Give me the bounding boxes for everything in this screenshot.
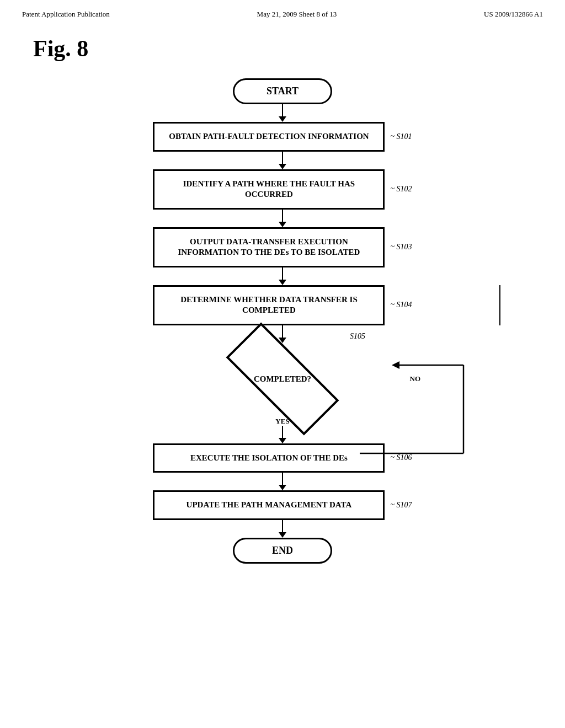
step-s106-label: S106 xyxy=(390,453,412,462)
arrow-8 xyxy=(279,520,286,538)
step-s105-diamond-container: COMPLETED? NO xyxy=(205,343,360,415)
step-s105-text: COMPLETED? xyxy=(238,374,327,384)
step-s106-row: EXECUTE THE ISOLATION OF THE DEs S106 xyxy=(153,443,412,473)
step-s102-row: IDENTIFY A PATH WHERE THE FAULT HAS OCCU… xyxy=(153,169,412,210)
arrow-line xyxy=(282,520,283,532)
step-s101-box: OBTAIN PATH-FAULT DETECTION INFORMATION xyxy=(153,122,385,152)
no-loop-side xyxy=(499,285,500,325)
arrow-line xyxy=(282,152,283,164)
step-s105-container: S105 COMPLETED? NO YES xyxy=(205,343,360,426)
arrow-line xyxy=(282,473,283,485)
end-node: END xyxy=(233,538,332,564)
arrow-6 xyxy=(279,426,286,443)
arrow-4 xyxy=(279,267,286,285)
step-s105-label: S105 xyxy=(350,332,365,341)
arrow-line xyxy=(282,426,283,438)
arrow-head xyxy=(279,438,286,443)
step-s107-label: S107 xyxy=(390,501,412,510)
step-s101-row: OBTAIN PATH-FAULT DETECTION INFORMATION … xyxy=(153,122,412,152)
step-s103-box: OUTPUT DATA-TRANSFER EXECUTION INFORMATI… xyxy=(153,227,385,267)
arrow-line xyxy=(282,210,283,222)
step-s104-box: DETERMINE WHETHER DATA TRANSFER IS COMPL… xyxy=(153,285,385,325)
arrow-7 xyxy=(279,473,286,490)
step-s103-label: S103 xyxy=(390,243,412,251)
header-left: Patent Application Publication xyxy=(22,10,110,19)
arrow-head xyxy=(279,280,286,285)
arrow-1 xyxy=(279,104,286,122)
arrow-head xyxy=(279,116,286,122)
step-s102-label: S102 xyxy=(390,185,412,194)
page-header: Patent Application Publication May 21, 2… xyxy=(0,0,565,24)
arrow-line xyxy=(282,104,283,116)
end-oval: END xyxy=(233,538,332,564)
arrow-line xyxy=(282,267,283,280)
flowchart: START OBTAIN PATH-FAULT DETECTION INFORM… xyxy=(0,78,565,564)
header-right: US 2009/132866 A1 xyxy=(484,10,543,19)
step-s104-row: DETERMINE WHETHER DATA TRANSFER IS COMPL… xyxy=(153,285,412,325)
arrow-head xyxy=(279,532,286,538)
step-s106-box: EXECUTE THE ISOLATION OF THE DEs xyxy=(153,443,385,473)
step-s101-label: S101 xyxy=(390,132,412,141)
start-oval: START xyxy=(233,78,332,104)
arrow-head xyxy=(279,222,286,227)
step-s102-box: IDENTIFY A PATH WHERE THE FAULT HAS OCCU… xyxy=(153,169,385,210)
step-s103-row: OUTPUT DATA-TRANSFER EXECUTION INFORMATI… xyxy=(153,227,412,267)
arrow-head xyxy=(279,485,286,490)
arrow-2 xyxy=(279,152,286,169)
no-label: NO xyxy=(410,374,421,383)
no-loop-line xyxy=(499,285,500,325)
step-s107-box: UPDATE THE PATH MANAGEMENT DATA xyxy=(153,490,385,520)
step-s107-row: UPDATE THE PATH MANAGEMENT DATA S107 xyxy=(153,490,412,520)
arrow-line xyxy=(282,325,283,338)
figure-title: Fig. 8 xyxy=(33,35,565,62)
arrow-3 xyxy=(279,210,286,227)
step-s104-label: S104 xyxy=(390,301,412,309)
arrow-5 xyxy=(279,325,286,343)
start-node: START xyxy=(233,78,332,104)
header-middle: May 21, 2009 Sheet 8 of 13 xyxy=(257,10,337,19)
arrow-head xyxy=(279,164,286,169)
